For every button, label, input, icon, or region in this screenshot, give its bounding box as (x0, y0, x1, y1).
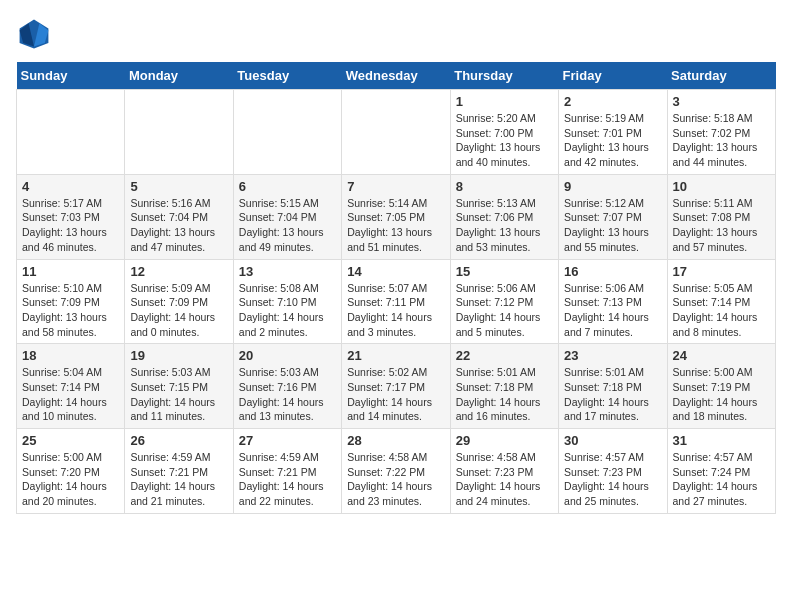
day-number: 20 (239, 348, 336, 363)
calendar-cell: 14Sunrise: 5:07 AMSunset: 7:11 PMDayligh… (342, 259, 450, 344)
day-info: Sunrise: 5:20 AMSunset: 7:00 PMDaylight:… (456, 111, 553, 170)
day-number: 11 (22, 264, 119, 279)
day-number: 16 (564, 264, 661, 279)
calendar-week-row: 11Sunrise: 5:10 AMSunset: 7:09 PMDayligh… (17, 259, 776, 344)
day-info: Sunrise: 5:00 AMSunset: 7:20 PMDaylight:… (22, 450, 119, 509)
day-number: 26 (130, 433, 227, 448)
page-header (16, 16, 776, 52)
calendar-cell: 6Sunrise: 5:15 AMSunset: 7:04 PMDaylight… (233, 174, 341, 259)
calendar-cell: 27Sunrise: 4:59 AMSunset: 7:21 PMDayligh… (233, 429, 341, 514)
day-number: 31 (673, 433, 770, 448)
calendar-cell: 10Sunrise: 5:11 AMSunset: 7:08 PMDayligh… (667, 174, 775, 259)
day-info: Sunrise: 5:10 AMSunset: 7:09 PMDaylight:… (22, 281, 119, 340)
calendar-cell: 23Sunrise: 5:01 AMSunset: 7:18 PMDayligh… (559, 344, 667, 429)
day-number: 13 (239, 264, 336, 279)
calendar-cell (233, 90, 341, 175)
calendar-week-row: 1Sunrise: 5:20 AMSunset: 7:00 PMDaylight… (17, 90, 776, 175)
weekday-header: Saturday (667, 62, 775, 90)
calendar-cell: 24Sunrise: 5:00 AMSunset: 7:19 PMDayligh… (667, 344, 775, 429)
day-info: Sunrise: 5:01 AMSunset: 7:18 PMDaylight:… (564, 365, 661, 424)
calendar-cell: 4Sunrise: 5:17 AMSunset: 7:03 PMDaylight… (17, 174, 125, 259)
day-info: Sunrise: 5:19 AMSunset: 7:01 PMDaylight:… (564, 111, 661, 170)
calendar-cell: 31Sunrise: 4:57 AMSunset: 7:24 PMDayligh… (667, 429, 775, 514)
weekday-header: Friday (559, 62, 667, 90)
calendar-cell (17, 90, 125, 175)
calendar-cell: 21Sunrise: 5:02 AMSunset: 7:17 PMDayligh… (342, 344, 450, 429)
day-number: 15 (456, 264, 553, 279)
calendar-cell: 7Sunrise: 5:14 AMSunset: 7:05 PMDaylight… (342, 174, 450, 259)
calendar-week-row: 25Sunrise: 5:00 AMSunset: 7:20 PMDayligh… (17, 429, 776, 514)
day-info: Sunrise: 5:05 AMSunset: 7:14 PMDaylight:… (673, 281, 770, 340)
day-number: 6 (239, 179, 336, 194)
weekday-header: Wednesday (342, 62, 450, 90)
day-number: 19 (130, 348, 227, 363)
day-info: Sunrise: 5:18 AMSunset: 7:02 PMDaylight:… (673, 111, 770, 170)
calendar-cell: 19Sunrise: 5:03 AMSunset: 7:15 PMDayligh… (125, 344, 233, 429)
day-number: 7 (347, 179, 444, 194)
day-info: Sunrise: 5:03 AMSunset: 7:15 PMDaylight:… (130, 365, 227, 424)
day-info: Sunrise: 5:06 AMSunset: 7:12 PMDaylight:… (456, 281, 553, 340)
calendar-cell: 1Sunrise: 5:20 AMSunset: 7:00 PMDaylight… (450, 90, 558, 175)
calendar-cell (125, 90, 233, 175)
calendar-cell: 25Sunrise: 5:00 AMSunset: 7:20 PMDayligh… (17, 429, 125, 514)
calendar-cell: 5Sunrise: 5:16 AMSunset: 7:04 PMDaylight… (125, 174, 233, 259)
day-number: 4 (22, 179, 119, 194)
day-number: 21 (347, 348, 444, 363)
day-number: 9 (564, 179, 661, 194)
day-number: 22 (456, 348, 553, 363)
day-info: Sunrise: 4:58 AMSunset: 7:23 PMDaylight:… (456, 450, 553, 509)
day-info: Sunrise: 5:02 AMSunset: 7:17 PMDaylight:… (347, 365, 444, 424)
day-number: 30 (564, 433, 661, 448)
day-number: 5 (130, 179, 227, 194)
calendar-cell: 18Sunrise: 5:04 AMSunset: 7:14 PMDayligh… (17, 344, 125, 429)
day-info: Sunrise: 5:08 AMSunset: 7:10 PMDaylight:… (239, 281, 336, 340)
day-info: Sunrise: 5:13 AMSunset: 7:06 PMDaylight:… (456, 196, 553, 255)
calendar-week-row: 18Sunrise: 5:04 AMSunset: 7:14 PMDayligh… (17, 344, 776, 429)
day-info: Sunrise: 5:14 AMSunset: 7:05 PMDaylight:… (347, 196, 444, 255)
day-number: 23 (564, 348, 661, 363)
day-info: Sunrise: 4:57 AMSunset: 7:24 PMDaylight:… (673, 450, 770, 509)
day-info: Sunrise: 5:12 AMSunset: 7:07 PMDaylight:… (564, 196, 661, 255)
day-info: Sunrise: 5:11 AMSunset: 7:08 PMDaylight:… (673, 196, 770, 255)
day-info: Sunrise: 4:58 AMSunset: 7:22 PMDaylight:… (347, 450, 444, 509)
logo-icon (16, 16, 52, 52)
calendar-cell: 2Sunrise: 5:19 AMSunset: 7:01 PMDaylight… (559, 90, 667, 175)
day-info: Sunrise: 4:59 AMSunset: 7:21 PMDaylight:… (239, 450, 336, 509)
calendar-cell: 3Sunrise: 5:18 AMSunset: 7:02 PMDaylight… (667, 90, 775, 175)
day-info: Sunrise: 4:59 AMSunset: 7:21 PMDaylight:… (130, 450, 227, 509)
calendar-cell: 28Sunrise: 4:58 AMSunset: 7:22 PMDayligh… (342, 429, 450, 514)
calendar-cell: 29Sunrise: 4:58 AMSunset: 7:23 PMDayligh… (450, 429, 558, 514)
weekday-header: Tuesday (233, 62, 341, 90)
day-info: Sunrise: 5:04 AMSunset: 7:14 PMDaylight:… (22, 365, 119, 424)
day-number: 24 (673, 348, 770, 363)
day-number: 28 (347, 433, 444, 448)
calendar-cell (342, 90, 450, 175)
calendar-week-row: 4Sunrise: 5:17 AMSunset: 7:03 PMDaylight… (17, 174, 776, 259)
day-info: Sunrise: 5:09 AMSunset: 7:09 PMDaylight:… (130, 281, 227, 340)
day-info: Sunrise: 5:06 AMSunset: 7:13 PMDaylight:… (564, 281, 661, 340)
day-info: Sunrise: 5:00 AMSunset: 7:19 PMDaylight:… (673, 365, 770, 424)
weekday-header-row: SundayMondayTuesdayWednesdayThursdayFrid… (17, 62, 776, 90)
calendar-cell: 11Sunrise: 5:10 AMSunset: 7:09 PMDayligh… (17, 259, 125, 344)
logo (16, 16, 56, 52)
day-number: 1 (456, 94, 553, 109)
day-info: Sunrise: 5:03 AMSunset: 7:16 PMDaylight:… (239, 365, 336, 424)
day-number: 27 (239, 433, 336, 448)
day-info: Sunrise: 5:01 AMSunset: 7:18 PMDaylight:… (456, 365, 553, 424)
calendar-cell: 17Sunrise: 5:05 AMSunset: 7:14 PMDayligh… (667, 259, 775, 344)
calendar-cell: 13Sunrise: 5:08 AMSunset: 7:10 PMDayligh… (233, 259, 341, 344)
day-number: 8 (456, 179, 553, 194)
calendar-cell: 20Sunrise: 5:03 AMSunset: 7:16 PMDayligh… (233, 344, 341, 429)
day-number: 29 (456, 433, 553, 448)
day-info: Sunrise: 5:17 AMSunset: 7:03 PMDaylight:… (22, 196, 119, 255)
calendar-cell: 15Sunrise: 5:06 AMSunset: 7:12 PMDayligh… (450, 259, 558, 344)
day-info: Sunrise: 5:07 AMSunset: 7:11 PMDaylight:… (347, 281, 444, 340)
calendar-cell: 22Sunrise: 5:01 AMSunset: 7:18 PMDayligh… (450, 344, 558, 429)
day-info: Sunrise: 5:15 AMSunset: 7:04 PMDaylight:… (239, 196, 336, 255)
calendar-cell: 8Sunrise: 5:13 AMSunset: 7:06 PMDaylight… (450, 174, 558, 259)
day-number: 25 (22, 433, 119, 448)
day-number: 3 (673, 94, 770, 109)
calendar-cell: 30Sunrise: 4:57 AMSunset: 7:23 PMDayligh… (559, 429, 667, 514)
calendar-cell: 16Sunrise: 5:06 AMSunset: 7:13 PMDayligh… (559, 259, 667, 344)
weekday-header: Thursday (450, 62, 558, 90)
